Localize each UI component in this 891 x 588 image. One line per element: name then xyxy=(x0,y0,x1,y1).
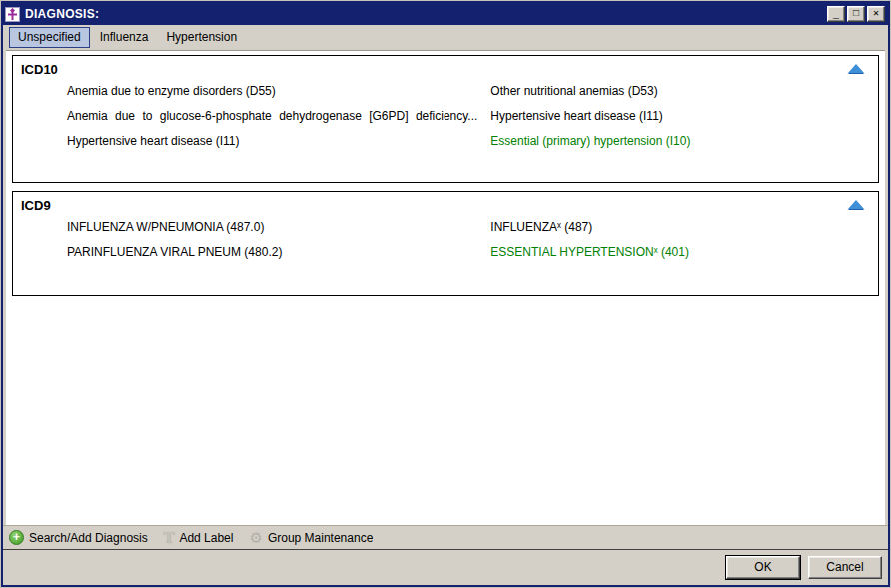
diagnosis-item[interactable]: Anemia due to enzyme disorders (D55) xyxy=(67,79,488,104)
close-button[interactable]: ✕ xyxy=(867,6,885,22)
title-bar: DIAGNOSIS: _ □ ✕ xyxy=(3,3,888,25)
text-label-icon: T xyxy=(164,531,175,545)
app-medical-icon xyxy=(5,7,20,22)
content-area: ICD10 Anemia due to enzyme disorders (D5… xyxy=(6,50,885,525)
diagnosis-item-highlighted[interactable]: Essential (primary) hypertension (I10) xyxy=(490,129,878,154)
add-label-label: Add Label xyxy=(179,531,233,545)
bottom-toolbar: + Search/Add Diagnosis T Add Label ⚙ Gro… xyxy=(3,525,888,550)
gear-icon: ⚙ xyxy=(249,530,262,545)
add-circle-icon: + xyxy=(9,530,24,545)
diagnosis-item-highlighted[interactable]: ESSENTIAL HYPERTENSIONˣ (401) xyxy=(490,240,878,265)
icd9-panel: ICD9 INFLUENZA W/PNEUMONIA (487.0) PARIN… xyxy=(12,191,879,296)
icd10-collapse-arrow-icon[interactable] xyxy=(848,64,864,73)
diagnosis-item[interactable]: Anemia due to glucose-6-phosphate dehydr… xyxy=(67,104,488,129)
icd9-collapse-arrow-icon[interactable] xyxy=(848,200,864,209)
diagnosis-item[interactable]: INFLUENZA W/PNEUMONIA (487.0) xyxy=(67,215,488,240)
cancel-button[interactable]: Cancel xyxy=(808,556,882,579)
group-maintenance-label: Group Maintenance xyxy=(268,531,373,545)
diagnosis-item[interactable]: Hypertensive heart disease (I11) xyxy=(67,129,488,154)
diagnosis-item[interactable]: INFLUENZAˣ (487) xyxy=(490,215,878,240)
icd9-panel-title: ICD9 xyxy=(13,192,878,215)
tab-influenza[interactable]: Influenza xyxy=(92,28,157,47)
diagnosis-item[interactable]: PARINFLUENZA VIRAL PNEUM (480.2) xyxy=(67,240,488,265)
group-maintenance-button[interactable]: ⚙ Group Maintenance xyxy=(249,530,373,545)
diagnosis-item[interactable]: Other nutritional anemias (D53) xyxy=(490,79,878,104)
caduceus-glyph xyxy=(7,8,18,21)
add-label-button[interactable]: T Add Label xyxy=(164,531,234,545)
tab-hypertension[interactable]: Hypertension xyxy=(158,28,245,47)
maximize-button[interactable]: □ xyxy=(847,6,865,22)
search-add-diagnosis-label: Search/Add Diagnosis xyxy=(29,531,148,545)
diagnosis-item[interactable]: Hypertensive heart disease (I11) xyxy=(490,104,878,129)
search-add-diagnosis-button[interactable]: + Search/Add Diagnosis xyxy=(9,530,148,545)
window-title: DIAGNOSIS: xyxy=(25,7,99,21)
dialog-footer: OK Cancel xyxy=(3,550,888,585)
diagnosis-dialog: DIAGNOSIS: _ □ ✕ Unspecified Influenza H… xyxy=(0,0,891,588)
ok-button[interactable]: OK xyxy=(726,556,800,579)
icd10-panel-title: ICD10 xyxy=(13,56,878,79)
icd10-panel: ICD10 Anemia due to enzyme disorders (D5… xyxy=(12,55,879,183)
tab-bar: Unspecified Influenza Hypertension xyxy=(3,25,888,50)
tab-unspecified[interactable]: Unspecified xyxy=(9,27,90,48)
minimize-button[interactable]: _ xyxy=(827,6,845,22)
